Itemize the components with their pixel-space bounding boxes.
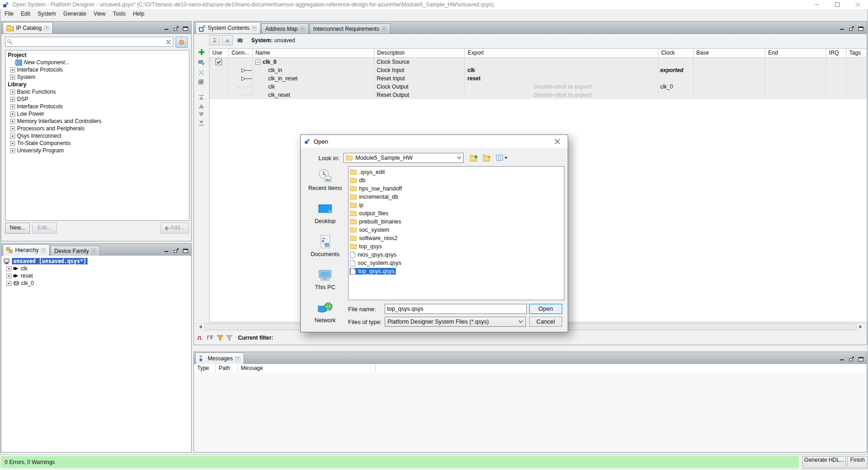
ip-settings-button[interactable] bbox=[176, 37, 188, 48]
ip-tree-item-dsp[interactable]: DSP bbox=[6, 95, 189, 103]
finish-button[interactable]: Finish bbox=[847, 456, 868, 469]
minimize-panel-icon[interactable] bbox=[840, 26, 846, 31]
file-item-soc-system-qsys[interactable]: soc_system.qsys bbox=[348, 259, 564, 267]
dialog-close-button[interactable] bbox=[547, 135, 568, 148]
column-header-tags[interactable]: Tags bbox=[846, 49, 867, 57]
place-this-pc[interactable]: This PC bbox=[305, 267, 345, 291]
expand-icon[interactable] bbox=[10, 148, 15, 153]
ip-tree-item-university-program[interactable]: University Program bbox=[6, 147, 189, 154]
ip-tree-item-system[interactable]: System bbox=[6, 73, 189, 81]
add-button[interactable]: Add... bbox=[160, 223, 189, 234]
menu-generate[interactable]: Generate bbox=[60, 10, 90, 18]
close-tab-icon[interactable] bbox=[235, 356, 240, 361]
messages-column-message[interactable]: Message bbox=[238, 364, 376, 372]
hierarchy-root[interactable]: unsaved [unsaved.qsys*] bbox=[4, 257, 191, 265]
expand-icon[interactable] bbox=[10, 75, 15, 80]
open-button[interactable]: Open bbox=[529, 304, 562, 314]
connection-cell[interactable] bbox=[229, 91, 253, 99]
export-cell[interactable]: Double-click to export bbox=[465, 91, 658, 99]
place-desktop[interactable]: Desktop bbox=[305, 201, 345, 224]
export-cell[interactable]: clk bbox=[465, 66, 658, 74]
connection-cell[interactable] bbox=[229, 83, 253, 91]
menu-edit[interactable]: Edit bbox=[17, 10, 34, 18]
ip-search-box[interactable] bbox=[5, 37, 173, 47]
messages-column-path[interactable]: Path bbox=[216, 364, 238, 372]
name-cell[interactable]: clk_reset bbox=[253, 91, 375, 99]
ip-tree-item-low-power[interactable]: Low Power bbox=[6, 110, 189, 118]
filter-funnel-icon[interactable] bbox=[217, 335, 223, 341]
file-item-qsys-edit[interactable]: .qsys_edit bbox=[348, 168, 564, 176]
search-input[interactable] bbox=[13, 38, 166, 46]
file-item-prebuilt-binaries[interactable]: prebuilt_binaries bbox=[348, 218, 564, 226]
scroll-left-icon[interactable] bbox=[197, 324, 204, 330]
close-tab-icon[interactable] bbox=[252, 26, 257, 31]
expand-icon[interactable] bbox=[10, 126, 15, 131]
cancel-button[interactable]: Cancel bbox=[529, 317, 562, 327]
hierarchy-tab-device-family[interactable]: Device Family bbox=[50, 246, 100, 256]
new-button[interactable]: New... bbox=[5, 223, 30, 234]
file-item-soc-system[interactable]: soc_system bbox=[348, 226, 564, 234]
file-item-nios-qsys-qsys[interactable]: nios_qsys.qsys bbox=[348, 251, 564, 259]
ip-tree-item-qsys-interconnect[interactable]: Qsys Interconnect bbox=[6, 132, 189, 140]
table-row-clk-in[interactable]: clk_inClock Inputclkexported bbox=[210, 66, 867, 74]
clock-cell[interactable]: clk_0 bbox=[658, 83, 694, 91]
hierarchy-item-clk-0[interactable]: clk_0 bbox=[4, 280, 191, 287]
place-documents[interactable]: Documents bbox=[305, 234, 345, 257]
name-cell[interactable]: clk_in bbox=[253, 66, 375, 74]
export-cell[interactable] bbox=[465, 58, 658, 66]
file-item-top-qsys-qsys[interactable]: top_qsys.qsys bbox=[348, 267, 564, 275]
file-item-incremental-db[interactable]: incremental_db bbox=[348, 193, 564, 201]
expand-icon[interactable] bbox=[6, 281, 11, 286]
generate-hdl-button[interactable]: Generate HDL... bbox=[802, 456, 846, 469]
column-header-description[interactable]: Description bbox=[375, 49, 465, 57]
expand-icon[interactable] bbox=[10, 104, 15, 109]
view-menu-icon[interactable] bbox=[495, 153, 509, 162]
table-row-clk-reset[interactable]: clk_resetReset OutputDouble-click to exp… bbox=[210, 91, 867, 99]
expand-icon[interactable] bbox=[10, 112, 15, 117]
move-up-button[interactable] bbox=[222, 35, 233, 45]
clock-output-icon[interactable] bbox=[236, 84, 252, 90]
add-component-icon[interactable] bbox=[199, 49, 205, 55]
expand-icon[interactable] bbox=[10, 119, 15, 124]
minimize-panel-icon[interactable] bbox=[840, 357, 846, 361]
ip-tree-item-basic-functions[interactable]: Basic Functions bbox=[6, 88, 189, 95]
clear-filter-funnel-icon[interactable] bbox=[226, 335, 232, 341]
file-item-software-nios2[interactable]: software_nios2 bbox=[348, 234, 564, 242]
ip-tree-item-new-component[interactable]: New Component... bbox=[6, 59, 189, 66]
clock-cell[interactable]: exported bbox=[658, 66, 694, 74]
table-row-clk-0[interactable]: clk_0Clock Source bbox=[210, 58, 867, 66]
expand-icon[interactable] bbox=[10, 97, 15, 102]
system-tab-interconnect-requirements[interactable]: Interconnect Requirements bbox=[310, 23, 390, 34]
close-tab-icon[interactable] bbox=[44, 26, 49, 31]
use-cell[interactable] bbox=[210, 66, 229, 74]
close-tab-icon[interactable] bbox=[300, 26, 305, 31]
name-cell[interactable]: clk_in_reset bbox=[253, 74, 375, 83]
edit-button[interactable]: Edit... bbox=[32, 223, 57, 234]
column-header-irq[interactable]: IRQ bbox=[826, 49, 846, 57]
export-hint[interactable]: Double-click to export bbox=[467, 84, 658, 90]
connection-cell[interactable] bbox=[229, 66, 253, 74]
system-tab-address-map[interactable]: Address Map bbox=[261, 23, 309, 34]
hierarchy-item-clk[interactable]: clk bbox=[4, 265, 191, 272]
export-cell[interactable]: reset bbox=[465, 74, 658, 83]
look-in-combobox[interactable]: Module5_Sample_HW bbox=[343, 153, 464, 163]
window-minimize-button[interactable] bbox=[806, 0, 827, 9]
table-row-clk[interactable]: clkClock OutputDouble-click to exportclk… bbox=[210, 83, 867, 91]
ipcat-tab-ip-catalog[interactable]: IP Catalog bbox=[3, 22, 53, 34]
system-settings-button[interactable] bbox=[235, 35, 246, 45]
clock-input-icon[interactable] bbox=[241, 68, 252, 73]
name-cell[interactable]: clk bbox=[253, 83, 375, 91]
file-item-hps-isw-handoff[interactable]: hps_isw_handoff bbox=[348, 185, 564, 193]
reset-output-icon[interactable] bbox=[240, 93, 252, 98]
clock-crossing-icon[interactable] bbox=[197, 335, 204, 341]
use-cell[interactable] bbox=[210, 74, 229, 83]
messages-tab-messages[interactable]: Messages bbox=[195, 352, 244, 364]
window-maximize-button[interactable] bbox=[827, 0, 847, 9]
close-tab-icon[interactable] bbox=[41, 248, 46, 253]
minimize-panel-icon[interactable] bbox=[165, 248, 170, 253]
expand-icon[interactable] bbox=[10, 90, 15, 95]
menu-file[interactable]: File bbox=[1, 10, 17, 18]
maximize-panel-icon[interactable] bbox=[858, 26, 864, 31]
ip-tree-item-project[interactable]: Project bbox=[6, 51, 189, 59]
file-item-db[interactable]: db bbox=[348, 176, 564, 185]
